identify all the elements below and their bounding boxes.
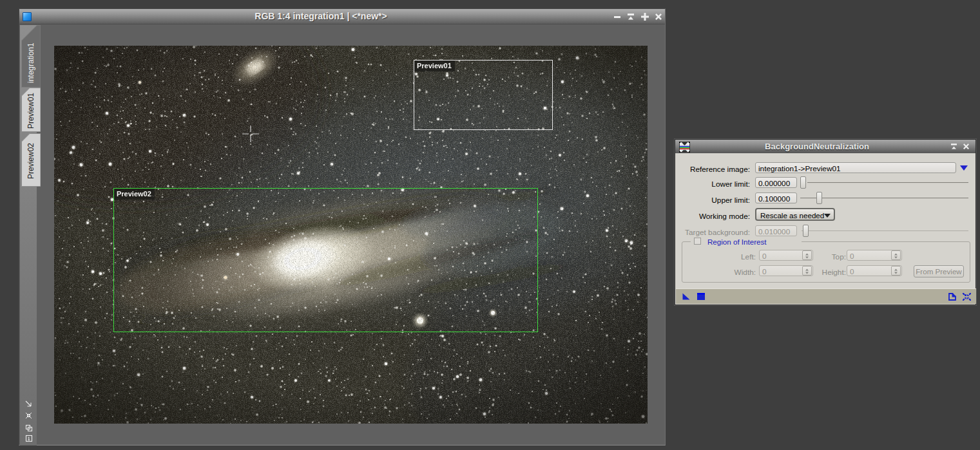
svg-text:Preview01: Preview01 bbox=[26, 93, 35, 129]
svg-text:Preview02: Preview02 bbox=[26, 143, 35, 179]
svg-text:integration1: integration1 bbox=[26, 42, 35, 83]
